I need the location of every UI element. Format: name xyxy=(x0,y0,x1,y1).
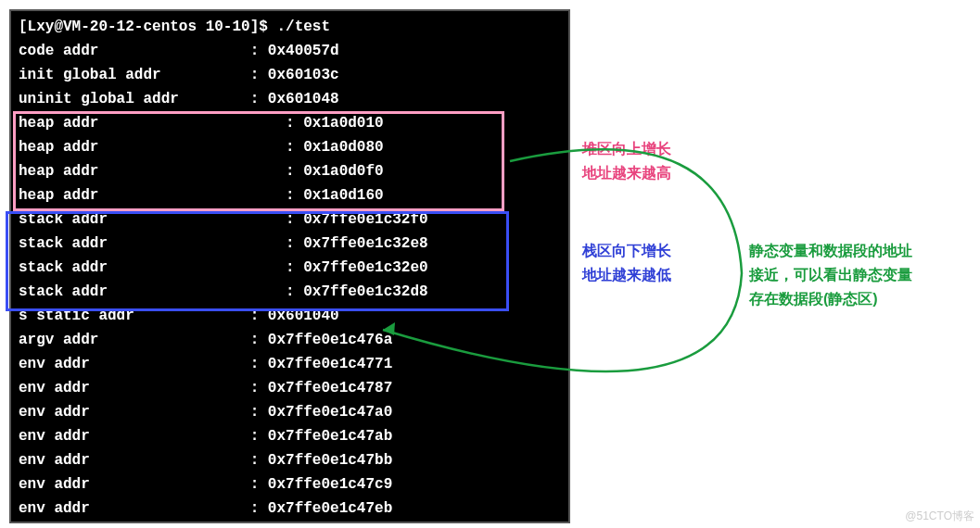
watermark: @51CTO博客 xyxy=(905,509,974,524)
heap-annotation: 堆区向上增长 地址越来越高 xyxy=(582,137,671,185)
terminal-line: argv addr : 0x7ffe0e1c476a xyxy=(19,328,561,352)
terminal-line: code addr : 0x40057d xyxy=(19,39,561,63)
terminal-line: env addr : 0x7ffe0e1c47bb xyxy=(19,448,561,472)
terminal-line: heap addr : 0x1a0d0f0 xyxy=(19,159,561,183)
terminal-line: env addr : 0x7ffe0e1c47a0 xyxy=(19,400,561,424)
stack-annotation-line1: 栈区向下增长 xyxy=(582,239,671,263)
terminal-line: env addr : 0x7ffe0e1c47c9 xyxy=(19,472,561,497)
terminal-line: env addr : 0x7ffe0e1c47ab xyxy=(19,424,561,448)
terminal-line: env addr : 0x7ffe0e1c4787 xyxy=(19,376,561,400)
prompt-line: [Lxy@VM-20-12-centos 10-10]$ ./test xyxy=(19,15,561,39)
terminal-line: stack addr : 0x7ffe0e1c32f0 xyxy=(19,207,561,232)
stack-annotation: 栈区向下增长 地址越来越低 xyxy=(582,239,671,287)
terminal-line: stack addr : 0x7ffe0e1c32e0 xyxy=(19,256,561,280)
static-annotation: 静态变量和数据段的地址 接近，可以看出静态变量 存在数据段(静态区) xyxy=(749,239,912,311)
static-annotation-line2: 接近，可以看出静态变量 xyxy=(749,263,912,287)
static-annotation-line3: 存在数据段(静态区) xyxy=(749,287,912,311)
terminal-window: [Lxy@VM-20-12-centos 10-10]$ ./test code… xyxy=(9,9,570,523)
heap-annotation-line1: 堆区向上增长 xyxy=(582,137,671,161)
terminal-line: uninit global addr : 0x601048 xyxy=(19,87,561,111)
terminal-output: code addr : 0x40057dinit global addr : 0… xyxy=(19,39,561,521)
terminal-line: stack addr : 0x7ffe0e1c32e8 xyxy=(19,232,561,256)
terminal-line: env addr : 0x7ffe0e1c47eb xyxy=(19,497,561,521)
terminal-line: heap addr : 0x1a0d010 xyxy=(19,111,561,135)
terminal-line: stack addr : 0x7ffe0e1c32d8 xyxy=(19,280,561,304)
terminal-line: heap addr : 0x1a0d160 xyxy=(19,183,561,207)
stack-annotation-line2: 地址越来越低 xyxy=(582,263,671,287)
terminal-line: heap addr : 0x1a0d080 xyxy=(19,135,561,159)
terminal-line: s static addr : 0x601040 xyxy=(19,304,561,328)
static-annotation-line1: 静态变量和数据段的地址 xyxy=(749,239,912,263)
terminal-line: init global addr : 0x60103c xyxy=(19,63,561,87)
terminal-line: env addr : 0x7ffe0e1c4771 xyxy=(19,352,561,376)
heap-annotation-line2: 地址越来越高 xyxy=(582,161,671,185)
